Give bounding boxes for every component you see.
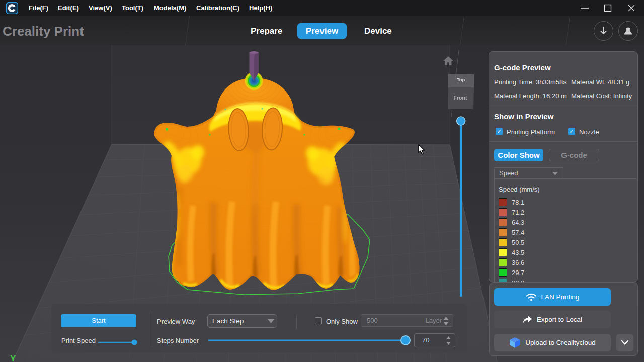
svg-text:Y: Y — [10, 354, 16, 362]
svg-text:Top: Top — [457, 77, 465, 82]
svg-text:Front: Front — [454, 95, 467, 101]
